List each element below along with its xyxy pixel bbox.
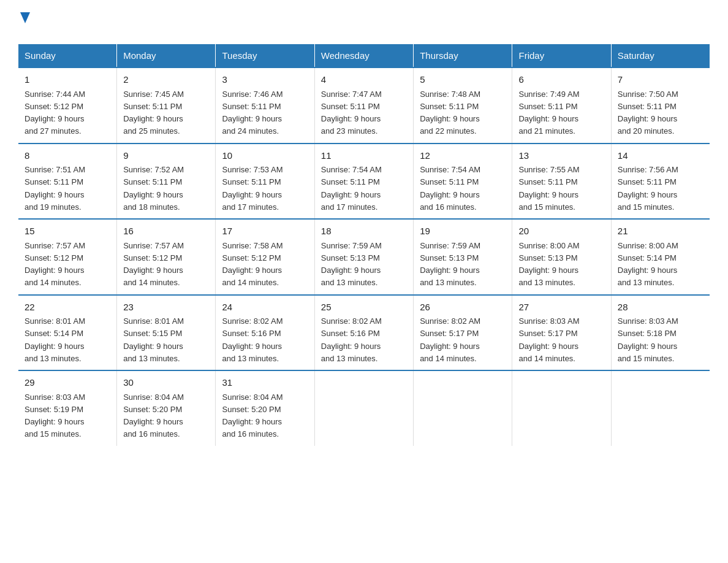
calendar-cell: 21 Sunrise: 8:00 AMSunset: 5:14 PMDaylig… — [611, 219, 710, 295]
day-info: Sunrise: 7:47 AMSunset: 5:11 PMDaylight:… — [321, 90, 382, 136]
calendar-cell: 3 Sunrise: 7:46 AMSunset: 5:11 PMDayligh… — [216, 67, 314, 144]
calendar-cell: 1 Sunrise: 7:44 AMSunset: 5:12 PMDayligh… — [18, 67, 117, 144]
day-info: Sunrise: 8:00 AMSunset: 5:13 PMDaylight:… — [518, 241, 579, 288]
day-info: Sunrise: 7:53 AMSunset: 5:11 PMDaylight:… — [222, 165, 282, 212]
day-number: 20 — [518, 224, 604, 239]
calendar-cell: 12 Sunrise: 7:54 AMSunset: 5:11 PMDaylig… — [414, 144, 512, 220]
day-info: Sunrise: 8:02 AMSunset: 5:16 PMDaylight:… — [222, 316, 282, 363]
day-number: 12 — [420, 149, 506, 163]
calendar-cell: 29 Sunrise: 8:03 AMSunset: 5:19 PMDaylig… — [18, 370, 117, 446]
day-info: Sunrise: 7:55 AMSunset: 5:11 PMDaylight:… — [518, 165, 579, 212]
day-info: Sunrise: 7:54 AMSunset: 5:11 PMDaylight:… — [321, 165, 382, 212]
day-number: 16 — [123, 224, 209, 239]
calendar-cell — [611, 370, 710, 446]
day-number: 19 — [420, 224, 506, 239]
calendar-cell: 2 Sunrise: 7:45 AMSunset: 5:11 PMDayligh… — [117, 67, 216, 144]
calendar-cell: 27 Sunrise: 8:03 AMSunset: 5:17 PMDaylig… — [512, 295, 611, 371]
calendar-cell: 30 Sunrise: 8:04 AMSunset: 5:20 PMDaylig… — [117, 370, 216, 446]
day-info: Sunrise: 8:04 AMSunset: 5:20 PMDaylight:… — [222, 393, 282, 439]
day-info: Sunrise: 8:02 AMSunset: 5:16 PMDaylight:… — [321, 316, 382, 363]
day-number: 5 — [420, 73, 506, 87]
calendar-cell — [414, 370, 512, 446]
day-number: 22 — [25, 301, 110, 315]
calendar-cell: 14 Sunrise: 7:56 AMSunset: 5:11 PMDaylig… — [611, 144, 710, 220]
day-info: Sunrise: 7:50 AMSunset: 5:11 PMDaylight:… — [618, 90, 678, 136]
day-number: 30 — [123, 376, 209, 390]
calendar-table: SundayMondayTuesdayWednesdayThursdayFrid… — [18, 44, 710, 446]
calendar-cell: 6 Sunrise: 7:49 AMSunset: 5:11 PMDayligh… — [512, 67, 611, 144]
day-number: 25 — [321, 301, 407, 315]
calendar-cell: 19 Sunrise: 7:59 AMSunset: 5:13 PMDaylig… — [414, 219, 512, 295]
day-number: 11 — [321, 149, 407, 163]
day-number: 27 — [518, 301, 604, 315]
calendar-cell — [512, 370, 611, 446]
page-header — [18, 12, 710, 32]
day-info: Sunrise: 7:52 AMSunset: 5:11 PMDaylight:… — [123, 165, 184, 212]
calendar-cell: 15 Sunrise: 7:57 AMSunset: 5:12 PMDaylig… — [18, 219, 117, 295]
day-number: 3 — [222, 73, 308, 87]
calendar-cell: 10 Sunrise: 7:53 AMSunset: 5:11 PMDaylig… — [216, 144, 314, 220]
day-number: 6 — [518, 73, 604, 87]
day-number: 8 — [25, 149, 110, 163]
calendar-week-row: 15 Sunrise: 7:57 AMSunset: 5:12 PMDaylig… — [18, 219, 710, 295]
day-info: Sunrise: 8:01 AMSunset: 5:14 PMDaylight:… — [25, 316, 85, 363]
calendar-cell: 4 Sunrise: 7:47 AMSunset: 5:11 PMDayligh… — [314, 67, 413, 144]
day-info: Sunrise: 7:59 AMSunset: 5:13 PMDaylight:… — [321, 241, 382, 288]
calendar-cell — [314, 370, 413, 446]
day-info: Sunrise: 7:57 AMSunset: 5:12 PMDaylight:… — [25, 241, 85, 288]
calendar-cell: 26 Sunrise: 8:02 AMSunset: 5:17 PMDaylig… — [414, 295, 512, 371]
calendar-cell: 5 Sunrise: 7:48 AMSunset: 5:11 PMDayligh… — [414, 67, 512, 144]
day-number: 23 — [123, 301, 209, 315]
calendar-cell: 16 Sunrise: 7:57 AMSunset: 5:12 PMDaylig… — [117, 219, 216, 295]
day-number: 18 — [321, 224, 407, 239]
day-info: Sunrise: 8:03 AMSunset: 5:18 PMDaylight:… — [618, 316, 678, 363]
day-info: Sunrise: 8:04 AMSunset: 5:20 PMDaylight:… — [123, 393, 184, 439]
day-info: Sunrise: 7:46 AMSunset: 5:11 PMDaylight:… — [222, 90, 282, 136]
calendar-cell: 13 Sunrise: 7:55 AMSunset: 5:11 PMDaylig… — [512, 144, 611, 220]
day-of-week-header: Friday — [512, 44, 611, 67]
day-number: 7 — [618, 73, 703, 87]
day-info: Sunrise: 7:58 AMSunset: 5:12 PMDaylight:… — [222, 241, 282, 288]
day-number: 31 — [222, 376, 308, 390]
day-number: 1 — [25, 73, 110, 87]
calendar-week-row: 8 Sunrise: 7:51 AMSunset: 5:11 PMDayligh… — [18, 144, 710, 220]
day-number: 10 — [222, 149, 308, 163]
calendar-cell: 22 Sunrise: 8:01 AMSunset: 5:14 PMDaylig… — [18, 295, 117, 371]
day-info: Sunrise: 7:49 AMSunset: 5:11 PMDaylight:… — [518, 90, 579, 136]
day-number: 15 — [25, 224, 110, 239]
calendar-week-row: 29 Sunrise: 8:03 AMSunset: 5:19 PMDaylig… — [18, 370, 710, 446]
day-info: Sunrise: 8:02 AMSunset: 5:17 PMDaylight:… — [420, 316, 480, 363]
day-info: Sunrise: 7:56 AMSunset: 5:11 PMDaylight:… — [618, 165, 678, 212]
day-of-week-header: Saturday — [611, 44, 710, 67]
day-number: 29 — [25, 376, 110, 390]
calendar-cell: 18 Sunrise: 7:59 AMSunset: 5:13 PMDaylig… — [314, 219, 413, 295]
calendar-cell: 7 Sunrise: 7:50 AMSunset: 5:11 PMDayligh… — [611, 67, 710, 144]
day-number: 26 — [420, 301, 506, 315]
day-info: Sunrise: 7:59 AMSunset: 5:13 PMDaylight:… — [420, 241, 480, 288]
day-info: Sunrise: 8:03 AMSunset: 5:17 PMDaylight:… — [518, 316, 579, 363]
day-info: Sunrise: 7:51 AMSunset: 5:11 PMDaylight:… — [25, 165, 85, 212]
calendar-week-row: 1 Sunrise: 7:44 AMSunset: 5:12 PMDayligh… — [18, 67, 710, 144]
day-info: Sunrise: 7:54 AMSunset: 5:11 PMDaylight:… — [420, 165, 480, 212]
day-info: Sunrise: 8:03 AMSunset: 5:19 PMDaylight:… — [25, 393, 85, 439]
day-of-week-header: Thursday — [414, 44, 512, 67]
day-of-week-header: Tuesday — [216, 44, 314, 67]
calendar-cell: 20 Sunrise: 8:00 AMSunset: 5:13 PMDaylig… — [512, 219, 611, 295]
logo-arrow-icon — [20, 12, 30, 26]
calendar-cell: 23 Sunrise: 8:01 AMSunset: 5:15 PMDaylig… — [117, 295, 216, 371]
calendar-cell: 25 Sunrise: 8:02 AMSunset: 5:16 PMDaylig… — [314, 295, 413, 371]
day-info: Sunrise: 7:44 AMSunset: 5:12 PMDaylight:… — [25, 90, 85, 136]
logo — [18, 12, 30, 32]
day-number: 24 — [222, 301, 308, 315]
calendar-body: 1 Sunrise: 7:44 AMSunset: 5:12 PMDayligh… — [18, 67, 710, 446]
day-number: 28 — [618, 301, 703, 315]
day-number: 13 — [518, 149, 604, 163]
day-info: Sunrise: 7:48 AMSunset: 5:11 PMDaylight:… — [420, 90, 480, 136]
calendar-cell: 24 Sunrise: 8:02 AMSunset: 5:16 PMDaylig… — [216, 295, 314, 371]
day-number: 4 — [321, 73, 407, 87]
day-number: 9 — [123, 149, 209, 163]
calendar-cell: 31 Sunrise: 8:04 AMSunset: 5:20 PMDaylig… — [216, 370, 314, 446]
day-number: 14 — [618, 149, 703, 163]
day-of-week-header: Wednesday — [314, 44, 413, 67]
days-header-row: SundayMondayTuesdayWednesdayThursdayFrid… — [18, 44, 710, 67]
